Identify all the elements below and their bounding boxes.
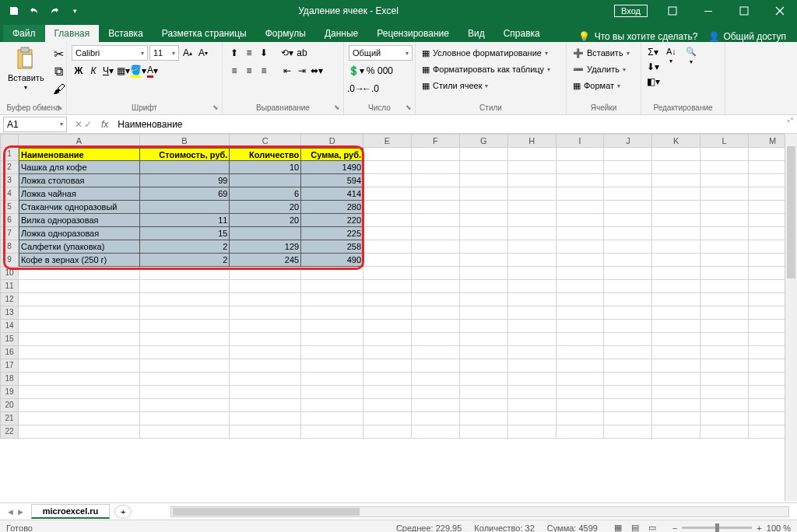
col-header-A[interactable]: A — [19, 134, 140, 148]
undo-icon[interactable] — [26, 3, 42, 19]
cell[interactable] — [604, 293, 652, 306]
cell[interactable] — [700, 267, 749, 280]
cell[interactable]: 414 — [301, 187, 363, 201]
tab-view[interactable]: Вид — [458, 25, 494, 42]
cell[interactable] — [301, 333, 363, 346]
cell[interactable] — [556, 214, 605, 227]
cell[interactable] — [556, 201, 605, 214]
cell[interactable]: 6 — [230, 187, 301, 201]
cell[interactable] — [19, 399, 140, 412]
cell[interactable] — [508, 412, 556, 425]
row-header[interactable]: 15 — [0, 333, 19, 346]
cell[interactable] — [19, 425, 140, 439]
cell[interactable]: 2 — [140, 240, 230, 254]
cell[interactable] — [508, 174, 556, 187]
cell[interactable] — [604, 280, 652, 293]
percent-button[interactable]: % — [363, 64, 377, 78]
dec-decimal-button[interactable]: ←.0 — [363, 82, 377, 96]
cell[interactable] — [230, 306, 301, 320]
col-header-C[interactable]: C — [230, 134, 301, 148]
cell[interactable] — [604, 161, 652, 174]
cell[interactable] — [460, 346, 508, 359]
row-header[interactable]: 4 — [0, 187, 19, 201]
number-format-combo[interactable]: Общий▾ — [349, 45, 413, 61]
cell[interactable] — [412, 412, 460, 425]
cell[interactable] — [460, 201, 508, 214]
cell[interactable] — [556, 425, 605, 439]
cell[interactable] — [230, 386, 301, 399]
cell[interactable] — [652, 280, 700, 293]
cell[interactable] — [652, 386, 700, 399]
row-header[interactable]: 16 — [0, 346, 19, 359]
add-sheet-button[interactable]: + — [114, 505, 132, 519]
cell[interactable] — [19, 373, 140, 386]
format-as-table-button[interactable]: ▦Форматировать как таблицу▾ — [420, 61, 552, 77]
cell[interactable]: Ложка чайная — [19, 187, 140, 201]
orientation-button[interactable]: ⟲▾ — [280, 46, 294, 60]
cell[interactable] — [460, 425, 508, 439]
tab-insert[interactable]: Вставка — [99, 25, 153, 42]
zoom-slider[interactable] — [682, 527, 752, 529]
cell[interactable] — [460, 306, 508, 320]
cell[interactable] — [19, 306, 140, 320]
cell[interactable] — [700, 346, 749, 359]
cell[interactable] — [556, 386, 605, 399]
tab-home[interactable]: Главная — [45, 25, 100, 42]
cell[interactable] — [508, 320, 556, 333]
pagebreak-view-button[interactable]: ▭ — [644, 522, 660, 533]
cell[interactable] — [652, 425, 700, 439]
cell[interactable] — [508, 373, 556, 386]
cell[interactable] — [363, 187, 412, 201]
cell[interactable] — [140, 293, 230, 306]
cell[interactable] — [140, 373, 230, 386]
cell[interactable] — [412, 161, 460, 174]
cell[interactable] — [412, 359, 460, 373]
align-dialog-icon[interactable]: ⬊ — [334, 103, 340, 111]
cell[interactable]: Салфетки (упаковка) — [19, 240, 140, 254]
cell[interactable]: 245 — [230, 254, 301, 267]
cell[interactable]: 69 — [140, 187, 230, 201]
cell[interactable]: 280 — [301, 201, 363, 214]
cell[interactable] — [556, 240, 605, 254]
cell[interactable]: 11 — [140, 214, 230, 227]
col-header-F[interactable]: F — [412, 134, 460, 148]
insert-cells-button[interactable]: ➕Вставить▾ — [571, 45, 631, 61]
cell[interactable] — [700, 187, 749, 201]
align-left-button[interactable]: ≡ — [227, 64, 241, 78]
cell[interactable] — [460, 293, 508, 306]
cell[interactable]: Стаканчик одноразовый — [19, 201, 140, 214]
autosum-button[interactable]: Σ▾ — [646, 45, 660, 59]
bold-button[interactable]: Ж — [72, 64, 86, 78]
cell[interactable] — [230, 373, 301, 386]
cell[interactable] — [508, 161, 556, 174]
cell[interactable]: Вилка одноразовая — [19, 214, 140, 227]
cell[interactable] — [140, 425, 230, 439]
cell[interactable] — [460, 187, 508, 201]
cell[interactable] — [556, 346, 605, 359]
cell[interactable] — [700, 306, 749, 320]
vertical-scrollbar[interactable] — [785, 134, 797, 501]
cell[interactable] — [556, 359, 605, 373]
row-header[interactable]: 13 — [0, 306, 19, 320]
cell[interactable] — [301, 359, 363, 373]
cell[interactable] — [412, 174, 460, 187]
row-header[interactable]: 9 — [0, 254, 19, 267]
delete-cells-button[interactable]: ➖Удалить▾ — [571, 61, 627, 77]
cell[interactable] — [652, 174, 700, 187]
cell[interactable] — [604, 306, 652, 320]
cell[interactable]: Стоимость, руб. — [140, 148, 230, 161]
col-header-I[interactable]: I — [556, 134, 605, 148]
cell[interactable] — [700, 227, 749, 240]
cell[interactable] — [412, 240, 460, 254]
cell[interactable] — [412, 425, 460, 439]
cell[interactable] — [230, 320, 301, 333]
cell[interactable] — [508, 333, 556, 346]
cell[interactable] — [460, 148, 508, 161]
cell[interactable]: 99 — [140, 174, 230, 187]
close-button[interactable] — [763, 0, 797, 22]
cell[interactable] — [363, 333, 412, 346]
cell[interactable] — [556, 399, 605, 412]
cell[interactable] — [460, 161, 508, 174]
cell[interactable] — [508, 201, 556, 214]
cell[interactable] — [556, 174, 605, 187]
